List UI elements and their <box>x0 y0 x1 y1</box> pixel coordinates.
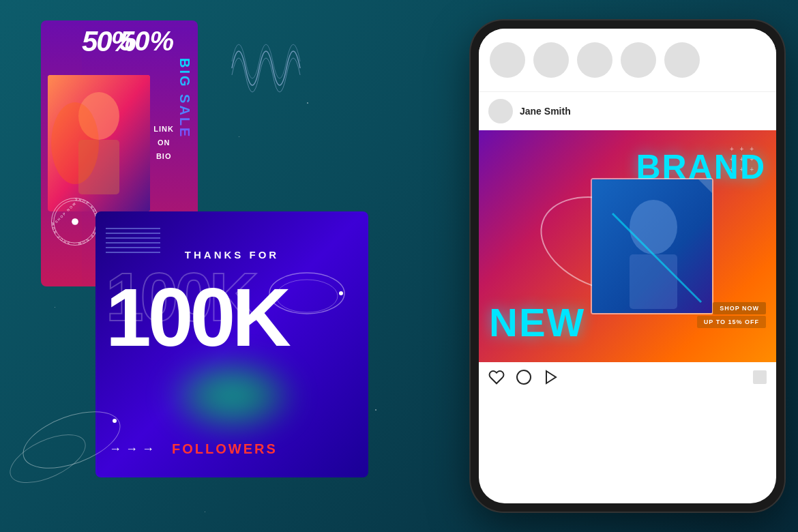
post-header: Jane Smith <box>479 92 776 130</box>
post-actions <box>479 362 776 392</box>
arrows: →→→ <box>109 442 158 456</box>
story-circle-1[interactable] <box>490 42 525 78</box>
discount-button[interactable]: UP TO 15% OFF <box>697 316 766 328</box>
big-sale-vertical: BIG SALE <box>177 58 192 138</box>
phone-mockup: Jane Smith + + ++ + ++ + + BRAND NEW <box>471 20 784 512</box>
instagram-header <box>479 29 776 92</box>
story-circle-4[interactable] <box>621 42 656 78</box>
svg-point-15 <box>276 280 338 312</box>
play-icon[interactable] <box>543 369 559 385</box>
sale-photo <box>48 75 150 211</box>
svg-point-18 <box>630 200 677 254</box>
link-bio-text: LINKONBIO <box>153 123 174 163</box>
username: Jane Smith <box>520 106 571 117</box>
story-circle-5[interactable] <box>664 42 700 78</box>
oval-top-right <box>266 266 348 323</box>
story-circle-2[interactable] <box>533 42 569 78</box>
svg-point-5 <box>72 218 78 225</box>
wave-decoration <box>225 27 307 109</box>
heart-icon[interactable] <box>488 369 505 385</box>
bookmark-icon[interactable] <box>753 370 767 384</box>
svg-rect-19 <box>630 254 677 309</box>
left-section: 50% <box>0 0 437 532</box>
svg-point-16 <box>339 291 343 295</box>
circular-badge: SHOP NOW SHOP NOW · SHOP NOW · SHOP NOW … <box>51 198 99 246</box>
avatar <box>488 99 513 123</box>
phone-frame: Jane Smith + + ++ + ++ + + BRAND NEW <box>471 20 784 512</box>
svg-point-21 <box>517 370 531 384</box>
followers-label: FOLLOWERS <box>172 441 278 457</box>
brand-new-post: + + ++ + ++ + + BRAND NEW <box>479 130 776 362</box>
svg-point-3 <box>51 102 99 184</box>
story-circles <box>490 37 765 83</box>
percent-display: 50% <box>119 26 174 57</box>
dot-decoration-1 <box>113 419 117 423</box>
followers-card: THANKS FOR 100K 100K →→→ FOLLOWERS <box>95 211 368 477</box>
svg-point-14 <box>269 273 344 314</box>
post-photo <box>592 179 712 313</box>
shop-now-button[interactable]: SHOP NOW <box>713 302 766 314</box>
svg-marker-22 <box>546 371 556 383</box>
glow-blob <box>164 355 300 437</box>
person-figure <box>48 75 150 211</box>
new-text: NEW <box>489 299 585 345</box>
100k-solid: 100K <box>106 276 288 358</box>
comment-icon[interactable] <box>516 369 532 385</box>
story-circle-3[interactable] <box>577 42 612 78</box>
post-photo-frame <box>591 178 713 314</box>
followers-row: →→→ FOLLOWERS <box>109 441 355 457</box>
phone-screen: Jane Smith + + ++ + ++ + + BRAND NEW <box>479 29 776 503</box>
